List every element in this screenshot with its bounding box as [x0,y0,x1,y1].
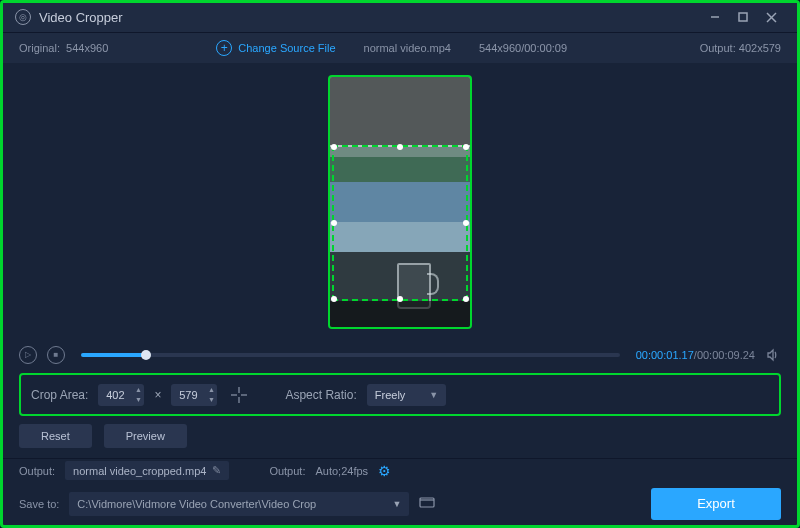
width-up[interactable]: ▲ [132,385,144,395]
output-dims: 402x579 [739,42,781,54]
preview-area [3,63,797,341]
output-format-value: Auto;24fps [315,465,368,477]
save-path-select[interactable]: C:\Vidmore\Vidmore Video Converter\Video… [69,492,409,516]
close-button[interactable] [757,3,785,31]
crop-controls: Crop Area: ▲▼ × ▲▼ Aspect Ratio: Freely … [19,373,781,415]
settings-gear-icon[interactable]: ⚙ [378,463,391,479]
crop-area-label: Crop Area: [31,388,88,402]
output-dims-label: Output: 402x579 [700,42,781,54]
video-frame[interactable] [328,75,472,329]
seek-slider[interactable] [81,353,620,357]
seek-knob[interactable] [141,350,151,360]
aspect-ratio-label: Aspect Ratio: [285,388,356,402]
play-button[interactable]: ▷ [19,346,37,364]
app-logo-icon: ◎ [15,9,31,25]
center-crop-icon[interactable] [227,383,251,407]
maximize-button[interactable] [729,3,757,31]
crop-handle-br[interactable] [463,296,469,302]
output-filename-field[interactable]: normal video_cropped.mp4 ✎ [65,461,229,480]
output-file-label: Output: [19,465,55,477]
save-to-label: Save to: [19,498,59,510]
crop-handle-tc[interactable] [397,144,403,150]
edit-icon[interactable]: ✎ [212,464,221,477]
source-meta: 544x960/00:00:09 [479,42,567,54]
height-down[interactable]: ▼ [205,395,217,405]
svg-rect-8 [420,498,434,507]
time-total: 00:00:09.24 [697,349,755,361]
change-source-button[interactable]: + Change Source File [216,40,335,56]
aspect-ratio-select[interactable]: Freely ▼ [367,384,446,406]
crop-width-input[interactable]: ▲▼ [98,384,144,406]
crop-handle-ml[interactable] [331,220,337,226]
output-format-label: Output: [269,465,305,477]
crop-handle-tl[interactable] [331,144,337,150]
aspect-ratio-value: Freely [375,389,406,401]
time-current: 00:00:01.17 [636,349,694,361]
original-label: Original: 544x960 [19,42,108,54]
crop-times: × [154,388,161,402]
output-filename: normal video_cropped.mp4 [73,465,206,477]
window-title: Video Cropper [39,10,123,25]
original-dims: 544x960 [66,42,108,54]
crop-handle-bl[interactable] [331,296,337,302]
source-filename: normal video.mp4 [364,42,451,54]
reset-button[interactable]: Reset [19,424,92,448]
crop-height-field[interactable] [171,389,205,401]
seek-progress [81,353,146,357]
time-display: 00:00:01.17/00:00:09.24 [636,349,755,361]
preview-button[interactable]: Preview [104,424,187,448]
height-up[interactable]: ▲ [205,385,217,395]
crop-dim-top [330,77,470,145]
crop-dim-bottom [330,301,470,327]
volume-icon[interactable] [765,347,781,363]
width-down[interactable]: ▼ [132,395,144,405]
crop-rectangle[interactable] [332,145,468,301]
save-path: C:\Vidmore\Vidmore Video Converter\Video… [77,498,316,510]
crop-width-field[interactable] [98,389,132,401]
chevron-down-icon: ▼ [392,499,401,509]
minimize-button[interactable] [701,3,729,31]
crop-height-input[interactable]: ▲▼ [171,384,217,406]
open-folder-icon[interactable] [419,496,435,511]
change-source-label: Change Source File [238,42,335,54]
stop-button[interactable]: ■ [47,346,65,364]
plus-circle-icon: + [216,40,232,56]
crop-handle-bc[interactable] [397,296,403,302]
crop-handle-tr[interactable] [463,144,469,150]
export-button[interactable]: Export [651,488,781,520]
chevron-down-icon: ▼ [429,390,438,400]
crop-handle-mr[interactable] [463,220,469,226]
svg-rect-1 [739,13,747,21]
